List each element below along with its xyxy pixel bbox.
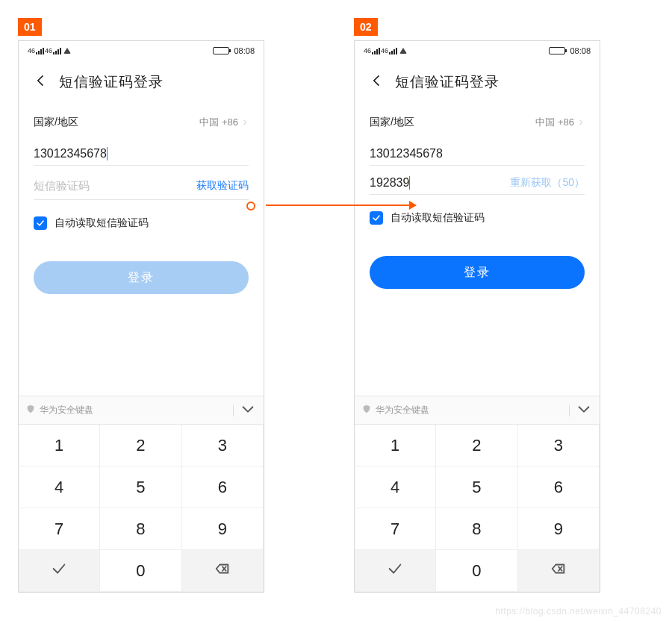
check-icon <box>51 561 67 581</box>
phone-mock-1: 46 46 08:08 短信验证码登录 国家/ <box>18 40 264 593</box>
key-0[interactable]: 0 <box>100 550 181 592</box>
keyboard-title: 华为安全键盘 <box>40 404 93 416</box>
step-badge: 01 <box>18 18 42 36</box>
key-0[interactable]: 0 <box>436 550 517 592</box>
auto-read-checkbox[interactable] <box>34 216 47 230</box>
key-5[interactable]: 5 <box>436 466 517 508</box>
signal-icon <box>53 48 61 54</box>
code-field[interactable]: 获取验证码 <box>34 170 249 200</box>
key-2[interactable]: 2 <box>436 425 517 466</box>
page-title: 短信验证码登录 <box>59 72 164 92</box>
phone-value: 13012345678 <box>34 147 107 160</box>
region-selector[interactable]: 国家/地区 中国 +86 <box>370 108 585 137</box>
signal-icon <box>389 48 397 54</box>
region-label: 国家/地区 <box>34 116 78 129</box>
shield-icon <box>26 405 35 416</box>
status-bar: 46 46 08:08 <box>355 41 600 60</box>
numeric-keypad: 1 2 3 4 5 6 7 8 9 0 <box>19 425 264 592</box>
key-4[interactable]: 4 <box>355 466 436 508</box>
region-selector[interactable]: 国家/地区 中国 +86 <box>34 108 249 137</box>
page-title: 短信验证码登录 <box>395 72 500 92</box>
collapse-keyboard-icon[interactable] <box>240 401 256 419</box>
wifi-icon <box>399 48 407 54</box>
signal-icon <box>372 48 380 54</box>
numeric-keypad: 1 2 3 4 5 6 7 8 9 0 <box>355 425 600 592</box>
get-code-button[interactable]: 获取验证码 <box>196 179 249 193</box>
key-8[interactable]: 8 <box>100 508 181 550</box>
login-button[interactable]: 登录 <box>34 261 249 294</box>
phone-field[interactable]: 13012345678 <box>370 141 585 166</box>
key-3[interactable]: 3 <box>182 425 264 466</box>
text-cursor <box>107 147 108 160</box>
code-field[interactable]: 192839 重新获取（50） <box>370 170 585 195</box>
key-8[interactable]: 8 <box>436 508 517 550</box>
wifi-icon <box>63 48 71 54</box>
code-value: 192839 <box>370 176 409 190</box>
key-confirm[interactable] <box>19 550 100 592</box>
key-6[interactable]: 6 <box>518 466 600 508</box>
key-1[interactable]: 1 <box>19 425 100 466</box>
key-4[interactable]: 4 <box>19 466 100 508</box>
phone-mock-2: 46 46 08:08 短信验证码登录 国家/ <box>354 40 600 593</box>
chevron-right-icon <box>577 117 585 128</box>
battery-icon <box>549 47 565 54</box>
check-icon <box>387 561 403 581</box>
signal-icon <box>36 48 44 54</box>
clock: 08:08 <box>234 46 255 55</box>
key-confirm[interactable] <box>355 550 436 592</box>
key-3[interactable]: 3 <box>518 425 600 466</box>
auto-read-checkbox[interactable] <box>370 211 383 225</box>
key-2[interactable]: 2 <box>100 425 181 466</box>
clock: 08:08 <box>570 46 591 55</box>
keyboard-header: 华为安全键盘 <box>19 396 264 425</box>
auto-read-label: 自动读取短信验证码 <box>391 211 485 225</box>
key-1[interactable]: 1 <box>355 425 436 466</box>
text-cursor <box>409 176 410 190</box>
backspace-icon <box>550 561 567 581</box>
region-value: 中国 +86 <box>535 116 574 129</box>
code-input[interactable] <box>34 176 163 195</box>
annotation-dot <box>246 202 255 210</box>
chevron-right-icon <box>241 117 249 128</box>
watermark: https://blog.csdn.net/weixin_44708240 <box>495 606 662 617</box>
keyboard-title: 华为安全键盘 <box>376 404 429 416</box>
region-value: 中国 +86 <box>199 116 238 129</box>
key-backspace[interactable] <box>518 550 600 592</box>
keyboard-header: 华为安全键盘 <box>355 396 600 425</box>
key-5[interactable]: 5 <box>100 466 181 508</box>
back-icon[interactable] <box>370 73 385 91</box>
status-bar: 46 46 08:08 <box>19 41 264 60</box>
step-badge: 02 <box>354 18 378 36</box>
shield-icon <box>362 405 371 416</box>
battery-icon <box>213 47 229 54</box>
phone-field[interactable]: 13012345678 <box>34 141 249 166</box>
backspace-icon <box>214 561 231 581</box>
key-6[interactable]: 6 <box>182 466 264 508</box>
auto-read-label: 自动读取短信验证码 <box>55 216 149 230</box>
back-icon[interactable] <box>34 73 49 91</box>
key-backspace[interactable] <box>182 550 264 592</box>
key-7[interactable]: 7 <box>19 508 100 550</box>
key-9[interactable]: 9 <box>182 508 264 550</box>
login-button[interactable]: 登录 <box>370 256 585 289</box>
annotation-arrow <box>266 205 415 206</box>
key-7[interactable]: 7 <box>355 508 436 550</box>
region-label: 国家/地区 <box>370 116 414 129</box>
key-9[interactable]: 9 <box>518 508 600 550</box>
phone-value: 13012345678 <box>370 147 443 160</box>
collapse-keyboard-icon[interactable] <box>576 401 592 419</box>
resend-code-button: 重新获取（50） <box>510 176 585 190</box>
